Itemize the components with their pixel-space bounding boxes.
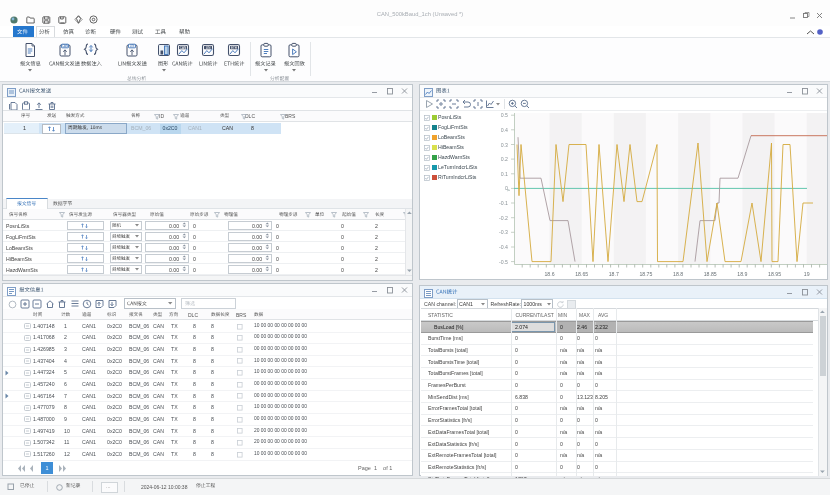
- svg-text:18.9: 18.9: [737, 271, 747, 277]
- svg-text:0.2: 0.2: [501, 156, 508, 162]
- svg-text:0.5: 0.5: [501, 112, 508, 118]
- svg-text:-0.4: -0.4: [499, 244, 508, 250]
- svg-text:-0.3: -0.3: [499, 229, 508, 235]
- svg-text:0.4: 0.4: [501, 127, 508, 133]
- svg-text:0.3: 0.3: [501, 142, 508, 148]
- svg-text:0.1: 0.1: [501, 171, 508, 177]
- svg-text:LIN: LIN: [206, 46, 211, 50]
- svg-text:ETH: ETH: [231, 46, 237, 50]
- svg-text:-0.1: -0.1: [499, 200, 508, 206]
- svg-text:CAN: CAN: [62, 44, 68, 48]
- svg-text:18.65: 18.65: [575, 271, 588, 277]
- svg-text:CAN: CAN: [180, 46, 186, 50]
- svg-text:-0.2: -0.2: [499, 215, 508, 221]
- svg-text:18.85: 18.85: [704, 271, 717, 277]
- svg-text:18.6: 18.6: [544, 271, 554, 277]
- svg-text:18.8: 18.8: [673, 271, 683, 277]
- svg-text:-0.5: -0.5: [499, 259, 508, 265]
- svg-text:18.7: 18.7: [609, 271, 619, 277]
- svg-text:18.75: 18.75: [639, 271, 652, 277]
- svg-text:LIN: LIN: [130, 44, 135, 48]
- svg-text:19: 19: [804, 271, 810, 277]
- svg-text:18.95: 18.95: [768, 271, 781, 277]
